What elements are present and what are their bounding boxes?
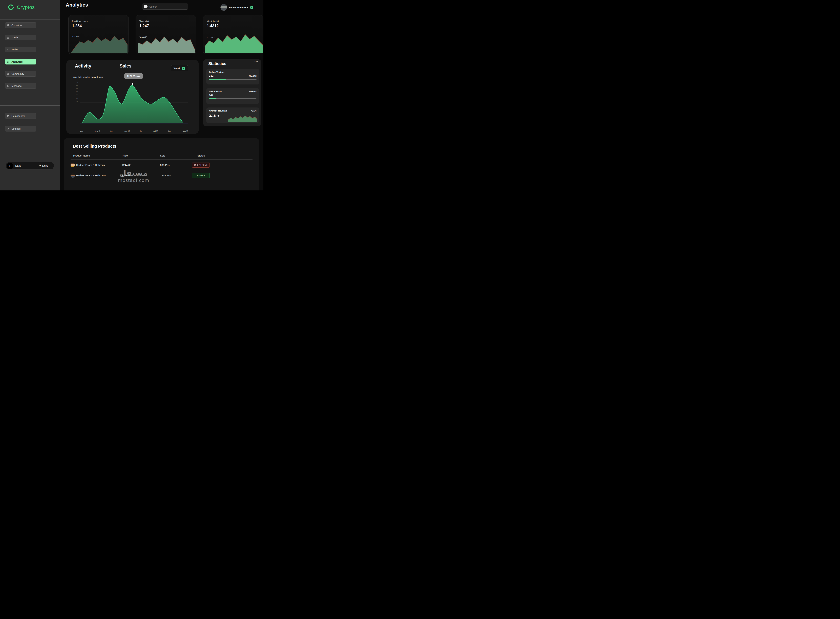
sidebar-item-label: Wallet <box>11 48 18 51</box>
stat-card-realtime-users: Realtime Users 1.254 +21.06% <box>68 15 129 54</box>
chevron-down-icon: ▾ <box>182 67 185 70</box>
sidebar-item-label: Trade <box>11 36 18 39</box>
new-visitors-max: Max388 <box>249 90 256 93</box>
search-icon <box>144 5 148 8</box>
column-header-price: Price <box>122 154 128 157</box>
light-mode-button[interactable]: ☀ Light <box>39 162 48 169</box>
table-row[interactable]: Hadeer Esam ElHabrouk $244.00 698 Pcs Ou… <box>64 160 259 170</box>
stat-value: 1.247 <box>139 24 149 28</box>
product-name: Hadeer Esam ElHabrouk <box>76 164 105 167</box>
sidebar-item-help-center[interactable]: Help Center <box>5 113 36 119</box>
product-price: $244.00 <box>122 164 131 167</box>
stat-label: Total Visit <box>139 20 149 22</box>
more-options-icon[interactable]: ••• <box>255 60 258 63</box>
x-axis-labels: May 1May 15 Jun 1Jun 15 Jul 1Jul 15 Aug … <box>80 130 188 132</box>
product-avatar <box>70 173 75 178</box>
stat-value: 1.4312 <box>207 24 219 28</box>
page-title: Analytics <box>66 2 88 8</box>
user-avatar <box>220 4 227 11</box>
sidebar-item-overview[interactable]: Overview <box>5 22 36 28</box>
sales-title: Sales <box>120 63 132 69</box>
stat-card-total-visit: Total Visit 1.247 +21.06% -21.06% <box>136 15 196 54</box>
grid-icon <box>7 24 10 26</box>
sidebar-item-label: Community <box>11 72 24 75</box>
theme-toggle[interactable]: ☾ Dark ☀ Light <box>6 162 54 170</box>
status-badge-in-stock[interactable]: in Stock <box>192 173 210 178</box>
sidebar-item-analytics[interactable]: Analytics <box>5 59 36 64</box>
average-revenue-delta: +21% <box>251 109 256 112</box>
sun-icon: ☀ <box>39 162 42 169</box>
chevron-down-icon[interactable]: ▾ <box>250 6 253 9</box>
moon-icon: ☾ <box>9 164 11 168</box>
average-revenue-card: Average Revenue +21% 3.1K + <box>206 108 259 123</box>
products-title: Best Selling Products <box>73 144 116 149</box>
envelope-icon <box>7 85 10 87</box>
new-visitors-progress <box>209 99 256 99</box>
product-avatar <box>70 163 75 167</box>
online-visitors-label: Online Visitors <box>209 71 225 73</box>
new-visitors-label: New Visitors <box>209 90 222 93</box>
column-header-sold: Sold <box>160 154 165 157</box>
online-visitors-progress <box>209 79 256 80</box>
monthly-visit-chart <box>205 30 263 54</box>
status-badge-out-of-stock[interactable]: Out Of Stock <box>192 163 210 167</box>
sidebar-item-wallet[interactable]: Wallet <box>5 47 36 52</box>
table-divider <box>70 159 253 160</box>
new-visitors-value: 144 <box>209 94 213 97</box>
sidebar-item-label: Help Center <box>11 115 25 117</box>
new-visitors-card: New Visitors Max388 144 <box>206 88 259 104</box>
light-mode-label: Light <box>42 162 48 169</box>
column-header-product-name: Product Name <box>73 154 90 157</box>
app-root: Cryptos Overview Trade Wallet Analy <box>0 0 264 190</box>
community-people-icon <box>7 73 10 75</box>
sidebar-item-label: Message <box>11 84 22 87</box>
sidebar-divider <box>0 105 60 106</box>
online-visitors-card: Online Visitors 312 Max512 <box>206 69 259 84</box>
table-row[interactable]: Hadeer Esam ElHabrouk4 $244.00 1234 Pcs … <box>64 170 259 181</box>
sidebar-item-label: Settings <box>11 127 21 130</box>
stat-value: 1.254 <box>72 24 82 28</box>
search-box[interactable] <box>142 3 188 10</box>
average-revenue-sparkline <box>228 113 257 121</box>
best-selling-products-panel: Best Selling Products Product Name Price… <box>64 138 259 190</box>
user-menu[interactable]: Hadeer Elhabrouk ▾ <box>220 4 253 11</box>
trade-chart-icon <box>7 36 10 39</box>
sidebar-item-label: Analytics <box>11 60 23 63</box>
search-input[interactable] <box>149 5 187 8</box>
gear-icon <box>7 127 10 130</box>
analytics-chart-icon <box>7 60 10 63</box>
sidebar-item-message[interactable]: Message <box>5 83 36 89</box>
logo-spinner-icon <box>7 4 15 11</box>
y-axis-ticks: 700600 500400 300200 100 <box>71 81 78 103</box>
online-visitors-max: Max512 <box>249 75 256 77</box>
activity-panel: Activity Sales Week ▾ Your Data updates … <box>66 60 199 134</box>
statistics-title: Statistics <box>208 61 226 66</box>
sidebar-item-trade[interactable]: Trade <box>5 34 36 40</box>
activity-sales-chart <box>80 81 188 123</box>
chart-tooltip: 1250 Views <box>124 73 143 79</box>
sidebar: Cryptos Overview Trade Wallet Analy <box>0 0 60 190</box>
range-selector-value: Week <box>174 67 180 70</box>
sidebar-item-community[interactable]: Community <box>5 71 36 76</box>
sidebar-item-label: Overview <box>11 24 22 27</box>
activity-title: Activity <box>75 63 91 69</box>
range-selector-dropdown[interactable]: Week ▾ <box>171 65 188 71</box>
column-header-status: Status <box>198 154 205 157</box>
product-name: Hadeer Esam ElHabrouk4 <box>76 174 106 177</box>
main-content: Analytics Hadeer Elhabrouk ▾ Realtime Us… <box>60 0 264 190</box>
help-question-icon <box>7 115 10 117</box>
realtime-users-chart <box>71 32 127 54</box>
app-logo: Cryptos <box>7 4 35 11</box>
activity-subtitle: Your Data updates every 3Hours <box>73 76 103 78</box>
average-revenue-label: Average Revenue <box>209 109 227 112</box>
stat-card-monthly-visit: Monthly visit 1.4312 -21.0% <box>203 15 264 54</box>
dark-mode-button[interactable]: ☾ <box>7 163 13 169</box>
product-sold: 698 Pcs <box>160 164 169 167</box>
app-name: Cryptos <box>17 4 35 10</box>
total-visit-chart <box>138 32 195 54</box>
stat-label: Realtime Users <box>72 20 88 22</box>
sidebar-item-settings[interactable]: Settings <box>5 126 36 132</box>
online-visitors-value: 312 <box>209 75 214 78</box>
stat-label: Monthly visit <box>207 20 219 22</box>
user-name: Hadeer Elhabrouk <box>229 6 249 9</box>
